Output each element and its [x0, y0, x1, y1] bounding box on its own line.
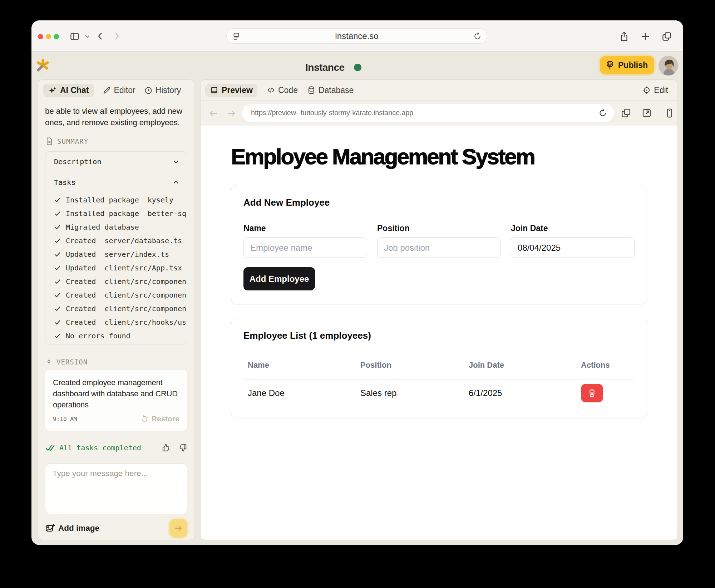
- instance-logo-icon[interactable]: [36, 58, 50, 73]
- avatar[interactable]: [659, 56, 678, 75]
- browser-window: instance.so: [31, 20, 683, 545]
- sparkles-icon: [48, 86, 57, 95]
- undo-icon: [140, 415, 149, 423]
- message-input-box: [45, 464, 187, 514]
- target-icon: [642, 86, 651, 94]
- tasks-toggle[interactable]: Tasks: [45, 172, 187, 192]
- task-item: Installed package better-sq: [54, 207, 187, 220]
- tab-editor[interactable]: Editor: [103, 85, 135, 95]
- chevron-down-icon[interactable]: [84, 34, 90, 39]
- tab-ai-chat-label: AI Chat: [60, 85, 89, 95]
- url-text: instance.so: [227, 29, 487, 43]
- task-item: Created client/src/componen: [54, 288, 187, 302]
- add-employee-button[interactable]: Add Employee: [243, 267, 315, 290]
- copy-icon[interactable]: [621, 108, 631, 118]
- image-plus-icon: [45, 523, 55, 533]
- table-header: Name Position Join Date Actions: [243, 361, 635, 379]
- database-icon: [307, 86, 316, 94]
- close-window-button[interactable]: [38, 34, 43, 39]
- preview-url-row: https://preview--furiously-stormy-karate…: [201, 101, 677, 125]
- preview-url-text: https://preview--furiously-stormy-karate…: [251, 109, 598, 117]
- chevron-up-icon: [172, 178, 180, 186]
- address-bar[interactable]: instance.so: [226, 28, 487, 44]
- main-panel: Preview Code Database: [200, 79, 678, 540]
- document-icon: [45, 137, 54, 146]
- minimize-window-button[interactable]: [46, 34, 51, 39]
- refresh-icon[interactable]: [473, 32, 482, 41]
- code-icon: [267, 86, 275, 94]
- mobile-icon[interactable]: [664, 108, 675, 118]
- app-title: Instance: [305, 62, 345, 73]
- thumbs-up-icon[interactable]: [162, 443, 171, 452]
- publish-button[interactable]: Publish: [600, 56, 654, 74]
- employee-list-title: Employee List (1 employees): [243, 330, 635, 341]
- monitor-icon: [210, 86, 218, 94]
- tab-editor-label: Editor: [114, 85, 135, 95]
- delete-employee-button[interactable]: [581, 384, 603, 402]
- task-item: Created client/src/componen: [54, 302, 187, 315]
- table-row: Jane Doe Sales rep 6/1/2025: [243, 379, 635, 407]
- join-date-input[interactable]: [511, 237, 635, 258]
- tab-preview-label: Preview: [222, 85, 253, 95]
- zoom-window-button[interactable]: [54, 34, 59, 39]
- task-item: Updated server/index.ts: [54, 248, 187, 261]
- sidebar-toggle-icon[interactable]: [69, 31, 80, 42]
- tab-database-label: Database: [319, 85, 354, 95]
- sidebar-body: be able to view all employees, add new o…: [38, 101, 194, 542]
- task-item: Installed package kysely: [54, 193, 187, 207]
- share-icon[interactable]: [619, 31, 630, 42]
- tab-code-label: Code: [278, 85, 298, 95]
- preview-back-icon[interactable]: [208, 108, 218, 118]
- tabs-overview-icon[interactable]: [661, 31, 672, 42]
- employee-list-card: Employee List (1 employees) Name Positio…: [231, 319, 647, 418]
- open-external-icon[interactable]: [641, 108, 652, 118]
- position-input[interactable]: [377, 237, 501, 258]
- add-image-button[interactable]: Add image: [45, 523, 99, 533]
- cell-name: Jane Doe: [248, 388, 360, 398]
- send-button[interactable]: [169, 519, 187, 538]
- chevron-down-icon: [172, 158, 180, 166]
- preview-forward-icon[interactable]: [226, 108, 236, 118]
- task-item: Created client/src/componen: [54, 275, 187, 288]
- preview-address-bar[interactable]: https://preview--furiously-stormy-karate…: [242, 104, 614, 122]
- forward-button[interactable]: [112, 32, 121, 40]
- edit-label: Edit: [654, 85, 668, 95]
- back-button[interactable]: [96, 32, 105, 40]
- name-label: Name: [243, 224, 367, 232]
- browser-chrome: instance.so: [31, 20, 683, 52]
- status-text: All tasks completed: [59, 444, 141, 452]
- new-tab-icon[interactable]: [640, 31, 651, 42]
- commit-icon: [45, 358, 53, 366]
- tab-code[interactable]: Code: [267, 85, 298, 95]
- main-tabs: Preview Code Database: [201, 80, 677, 101]
- preview-viewport: Employee Management System Add New Emplo…: [201, 126, 677, 540]
- tab-preview[interactable]: Preview: [205, 84, 257, 97]
- page-title: Employee Management System: [231, 144, 647, 169]
- cell-position: Sales rep: [360, 388, 469, 398]
- tab-history[interactable]: History: [144, 85, 181, 95]
- status-dot: [354, 64, 361, 71]
- thumbs-down-icon[interactable]: [178, 443, 187, 452]
- sidebar: AI Chat Editor History be able to view a…: [38, 79, 195, 540]
- add-employee-title: Add New Employee: [243, 197, 635, 208]
- sidebar-tabs: AI Chat Editor History: [38, 80, 194, 101]
- description-toggle[interactable]: Description: [45, 152, 187, 172]
- double-check-icon: [45, 443, 55, 453]
- edit-button[interactable]: Edit: [642, 85, 668, 95]
- preview-refresh-icon[interactable]: [598, 108, 607, 118]
- task-item: No errors found: [54, 329, 187, 343]
- restore-button[interactable]: Restore: [140, 415, 179, 423]
- sidebar-bottom-bar: Add image: [45, 514, 187, 542]
- version-card: Created employee management dashboard wi…: [45, 370, 187, 431]
- add-employee-card: Add New Employee Name Position: [231, 185, 647, 304]
- join-date-label: Join Date: [511, 224, 635, 232]
- position-label: Position: [377, 224, 501, 232]
- message-input[interactable]: [52, 468, 181, 510]
- pencil-icon: [103, 86, 111, 95]
- status-row: All tasks completed: [45, 443, 187, 453]
- name-input[interactable]: [243, 237, 367, 258]
- tab-ai-chat[interactable]: AI Chat: [43, 84, 94, 97]
- tab-database[interactable]: Database: [307, 85, 354, 95]
- version-text: Created employee management dashboard wi…: [53, 377, 179, 410]
- clock-icon: [144, 86, 153, 95]
